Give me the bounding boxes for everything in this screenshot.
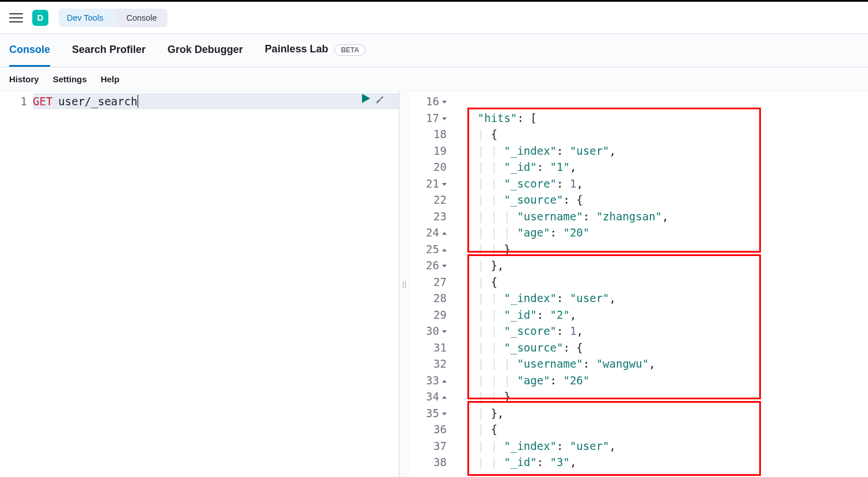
request-path: user/_search	[58, 93, 137, 109]
output-body[interactable]: "hits": [ | { | | "_index": "user", | | …	[451, 91, 868, 477]
editor-gutter: 1	[0, 91, 33, 477]
line-number: 35	[426, 407, 439, 419]
cursor	[138, 95, 138, 108]
line-number: 31	[433, 341, 447, 354]
highlight-box-3	[467, 401, 761, 476]
line-number: 28	[433, 292, 447, 304]
line-number: 26	[426, 259, 439, 272]
line-number: 34	[426, 390, 439, 403]
line-number: 37	[433, 440, 447, 452]
request-editor-pane: 1 GET user/_search	[0, 91, 399, 477]
line-number: 17	[426, 112, 439, 124]
subnav-help[interactable]: Help	[101, 74, 120, 84]
line-number: 23	[433, 210, 447, 223]
editor-line: GET user/_search	[33, 93, 399, 109]
line-number: 27	[433, 276, 447, 288]
highlight-box-1	[467, 108, 761, 253]
hamburger-menu-icon[interactable]	[9, 11, 23, 25]
line-number: 36	[433, 423, 447, 436]
subnav-settings[interactable]: Settings	[53, 74, 87, 84]
tab-search-profiler[interactable]: Search Profiler	[72, 35, 146, 67]
breadcrumb: Dev Tools Console	[59, 9, 167, 27]
line-number: 22	[433, 193, 447, 206]
line-number: 29	[433, 308, 447, 321]
editor-line-number: 1	[0, 93, 27, 109]
breadcrumb-dev-tools[interactable]: Dev Tools	[59, 9, 113, 27]
tab-console[interactable]: Console	[9, 35, 50, 67]
line-number: 24	[426, 226, 439, 239]
workspace: 1 GET user/_search 16 17 18 19 20 21 22	[0, 91, 868, 477]
line-number: 16	[426, 95, 439, 108]
tab-bar: Console Search Profiler Grok Debugger Pa…	[0, 34, 868, 67]
tab-painless-lab-label: Painless Lab	[265, 43, 328, 55]
line-number: 20	[433, 161, 447, 173]
editor-content[interactable]: GET user/_search	[33, 91, 399, 477]
breadcrumb-console[interactable]: Console	[113, 9, 167, 27]
app-badge[interactable]: D	[32, 10, 48, 26]
response-output-pane: 16 17 18 19 20 21 22 23 24 25 26 27 28 2…	[410, 91, 868, 477]
svg-marker-0	[362, 94, 370, 103]
wrench-icon[interactable]	[375, 94, 385, 106]
pane-divider[interactable]	[399, 91, 410, 477]
play-icon[interactable]	[362, 94, 370, 106]
highlight-box-2	[467, 254, 761, 399]
line-number: 30	[426, 325, 439, 337]
line-number: 21	[426, 177, 439, 190]
output-gutter: 16 17 18 19 20 21 22 23 24 25 26 27 28 2…	[410, 91, 451, 477]
top-bar: D Dev Tools Console	[0, 0, 868, 34]
editor-actions	[362, 94, 385, 106]
line-number: 18	[433, 128, 447, 140]
beta-badge: BETA	[334, 44, 366, 56]
line-number: 38	[433, 456, 447, 468]
sub-bar: History Settings Help	[0, 67, 868, 91]
subnav-history[interactable]: History	[9, 74, 39, 84]
tab-painless-lab[interactable]: Painless Lab BETA	[265, 34, 366, 66]
line-number: 33	[426, 374, 439, 387]
line-number: 25	[426, 243, 439, 255]
line-number: 19	[433, 144, 447, 157]
http-method: GET	[33, 93, 52, 109]
tab-grok-debugger[interactable]: Grok Debugger	[167, 35, 243, 67]
line-number: 32	[433, 357, 447, 370]
